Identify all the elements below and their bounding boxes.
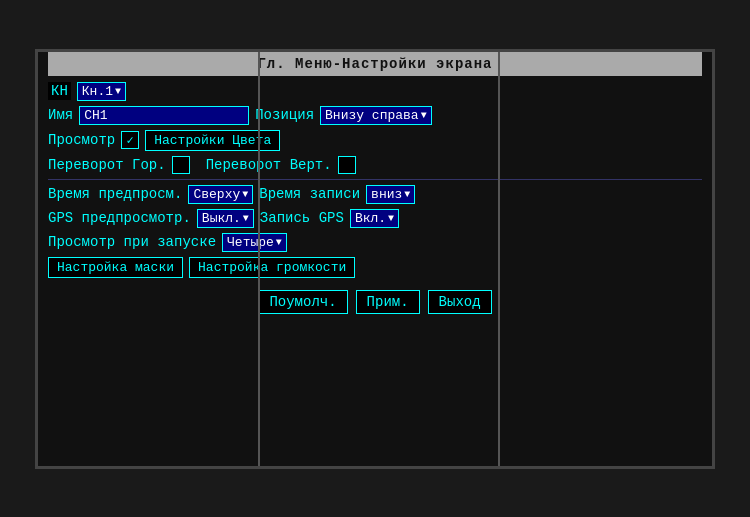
dialog-title: Гл. Меню-Настройки экрана [48, 52, 702, 76]
flip-vert-label: Переворот Верт. [206, 157, 332, 173]
default-button[interactable]: Поумолч. [258, 290, 347, 314]
kn-value: Кн.1 [82, 84, 113, 99]
position-value: Внизу справа [325, 108, 419, 123]
volume-settings-button[interactable]: Настройка громкости [189, 257, 355, 278]
gps-preview-dropdown[interactable]: Выкл. ▼ [197, 209, 254, 228]
kn-row: КН Кн.1 ▼ [48, 82, 702, 101]
gps-preview-label: GPS предпросмотр. [48, 210, 191, 226]
record-time-dropdown[interactable]: вниз ▼ [366, 185, 415, 204]
gps-record-label: Запись GPS [260, 210, 344, 226]
bottom-buttons: Поумолч. Прим. Выход [48, 290, 702, 314]
startup-label: Просмотр при запуске [48, 234, 216, 250]
record-time-value: вниз [371, 187, 402, 202]
name-position-row: Имя Позиция Внизу справа ▼ [48, 106, 702, 125]
gps-record-dropdown[interactable]: Вкл. ▼ [350, 209, 399, 228]
preview-checkbox[interactable]: ✓ [121, 131, 139, 149]
record-time-label: Время записи [259, 186, 360, 202]
preview-label: Просмотр [48, 132, 115, 148]
exit-button[interactable]: Выход [428, 290, 492, 314]
preview-time-value: Сверху [193, 187, 240, 202]
startup-value: Четыре [227, 235, 274, 250]
flip-hor-label: Переворот Гор. [48, 157, 166, 173]
kn-label: КН [48, 82, 71, 100]
mask-settings-button[interactable]: Настройка маски [48, 257, 183, 278]
position-label: Позиция [255, 107, 314, 123]
flip-hor-checkbox[interactable] [172, 156, 190, 174]
gps-preview-arrow: ▼ [243, 213, 249, 224]
gps-record-arrow: ▼ [388, 213, 394, 224]
gps-row: GPS предпросмотр. Выкл. ▼ Запись GPS Вкл… [48, 209, 702, 228]
startup-dropdown[interactable]: Четыре ▼ [222, 233, 287, 252]
record-time-arrow: ▼ [404, 189, 410, 200]
flip-vert-checkbox[interactable] [338, 156, 356, 174]
name-input[interactable] [79, 106, 249, 125]
position-dropdown[interactable]: Внизу справа ▼ [320, 106, 432, 125]
flip-row: Переворот Гор. Переворот Верт. [48, 156, 702, 174]
apply-button[interactable]: Прим. [356, 290, 420, 314]
gps-preview-value: Выкл. [202, 211, 241, 226]
startup-arrow: ▼ [276, 237, 282, 248]
name-label: Имя [48, 107, 73, 123]
mask-volume-row: Настройка маски Настройка громкости [48, 257, 702, 278]
startup-row: Просмотр при запуске Четыре ▼ [48, 233, 702, 252]
kn-dropdown[interactable]: Кн.1 ▼ [77, 82, 126, 101]
preview-time-label: Время предпросм. [48, 186, 182, 202]
time-row: Время предпросм. Сверху ▼ Время записи в… [48, 179, 702, 204]
preview-color-row: Просмотр ✓ Настройки Цвета [48, 130, 702, 151]
preview-time-arrow: ▼ [242, 189, 248, 200]
preview-time-dropdown[interactable]: Сверху ▼ [188, 185, 253, 204]
gps-record-value: Вкл. [355, 211, 386, 226]
kn-dropdown-arrow: ▼ [115, 86, 121, 97]
position-dropdown-arrow: ▼ [421, 110, 427, 121]
